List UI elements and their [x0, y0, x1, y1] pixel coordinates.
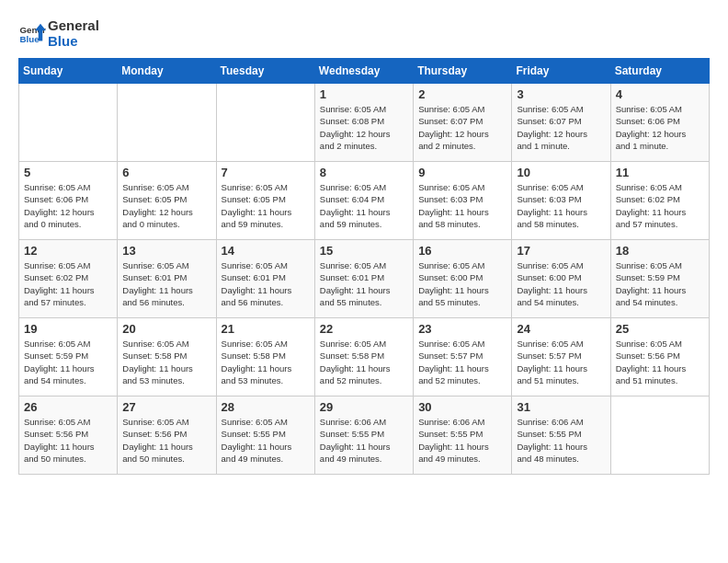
- weekday-header-row: SundayMondayTuesdayWednesdayThursdayFrid…: [19, 59, 710, 84]
- day-number: 2: [418, 87, 506, 101]
- day-number: 27: [122, 400, 210, 414]
- day-number: 22: [320, 322, 408, 336]
- calendar-cell: [610, 396, 709, 475]
- calendar-cell: 12Sunrise: 6:05 AM Sunset: 6:02 PM Dayli…: [19, 240, 118, 318]
- day-info: Sunrise: 6:05 AM Sunset: 6:07 PM Dayligh…: [418, 103, 506, 152]
- day-number: 24: [517, 322, 605, 336]
- day-number: 26: [24, 400, 112, 414]
- day-info: Sunrise: 6:06 AM Sunset: 5:55 PM Dayligh…: [320, 416, 408, 465]
- day-number: 19: [24, 322, 112, 336]
- page-header: General Blue General Blue: [18, 18, 710, 49]
- calendar-week-4: 19Sunrise: 6:05 AM Sunset: 5:59 PM Dayli…: [19, 318, 710, 396]
- calendar-cell: 9Sunrise: 6:05 AM Sunset: 6:03 PM Daylig…: [414, 162, 512, 240]
- calendar-cell: 21Sunrise: 6:05 AM Sunset: 5:58 PM Dayli…: [216, 318, 314, 396]
- day-info: Sunrise: 6:05 AM Sunset: 6:05 PM Dayligh…: [222, 181, 310, 230]
- day-number: 3: [517, 87, 605, 101]
- day-info: Sunrise: 6:05 AM Sunset: 5:57 PM Dayligh…: [517, 338, 605, 386]
- day-number: 6: [122, 166, 210, 179]
- calendar-cell: 23Sunrise: 6:05 AM Sunset: 5:57 PM Dayli…: [414, 318, 512, 396]
- day-info: Sunrise: 6:05 AM Sunset: 5:56 PM Dayligh…: [24, 416, 112, 465]
- day-info: Sunrise: 6:05 AM Sunset: 6:02 PM Dayligh…: [616, 181, 704, 230]
- day-info: Sunrise: 6:05 AM Sunset: 6:07 PM Dayligh…: [517, 103, 605, 152]
- day-number: 1: [320, 87, 408, 101]
- day-number: 7: [222, 166, 310, 179]
- day-info: Sunrise: 6:05 AM Sunset: 5:58 PM Dayligh…: [320, 338, 408, 386]
- day-number: 20: [122, 322, 210, 336]
- day-info: Sunrise: 6:06 AM Sunset: 5:55 PM Dayligh…: [418, 416, 506, 465]
- day-number: 4: [616, 87, 704, 101]
- day-info: Sunrise: 6:05 AM Sunset: 6:06 PM Dayligh…: [616, 103, 704, 152]
- day-info: Sunrise: 6:05 AM Sunset: 5:58 PM Dayligh…: [122, 338, 210, 386]
- calendar-cell: 30Sunrise: 6:06 AM Sunset: 5:55 PM Dayli…: [414, 396, 512, 475]
- day-number: 14: [222, 244, 310, 258]
- day-number: 31: [517, 400, 605, 414]
- calendar-cell: 29Sunrise: 6:06 AM Sunset: 5:55 PM Dayli…: [314, 396, 413, 475]
- weekday-header-wednesday: Wednesday: [314, 59, 413, 84]
- day-info: Sunrise: 6:05 AM Sunset: 6:08 PM Dayligh…: [320, 103, 408, 152]
- weekday-header-sunday: Sunday: [19, 59, 118, 84]
- calendar-cell: 13Sunrise: 6:05 AM Sunset: 6:01 PM Dayli…: [118, 240, 216, 318]
- day-info: Sunrise: 6:05 AM Sunset: 6:00 PM Dayligh…: [517, 259, 605, 308]
- day-info: Sunrise: 6:05 AM Sunset: 6:03 PM Dayligh…: [517, 181, 605, 230]
- calendar-table: SundayMondayTuesdayWednesdayThursdayFrid…: [18, 58, 710, 475]
- day-number: 11: [616, 166, 704, 179]
- day-number: 9: [418, 166, 506, 179]
- calendar-cell: 15Sunrise: 6:05 AM Sunset: 6:01 PM Dayli…: [314, 240, 413, 318]
- calendar-week-2: 5Sunrise: 6:05 AM Sunset: 6:06 PM Daylig…: [19, 162, 710, 240]
- day-number: 8: [320, 166, 408, 179]
- svg-text:Blue: Blue: [20, 34, 40, 44]
- calendar-cell: 18Sunrise: 6:05 AM Sunset: 5:59 PM Dayli…: [610, 240, 709, 318]
- day-number: 21: [222, 322, 310, 336]
- day-number: 10: [517, 166, 605, 179]
- weekday-header-friday: Friday: [512, 59, 610, 84]
- day-info: Sunrise: 6:05 AM Sunset: 5:59 PM Dayligh…: [616, 259, 704, 308]
- day-number: 28: [222, 400, 310, 414]
- calendar-cell: 7Sunrise: 6:05 AM Sunset: 6:05 PM Daylig…: [216, 162, 314, 240]
- day-info: Sunrise: 6:05 AM Sunset: 6:05 PM Dayligh…: [122, 181, 210, 230]
- calendar-cell: 8Sunrise: 6:05 AM Sunset: 6:04 PM Daylig…: [314, 162, 413, 240]
- day-info: Sunrise: 6:05 AM Sunset: 5:59 PM Dayligh…: [24, 338, 112, 386]
- day-info: Sunrise: 6:05 AM Sunset: 6:01 PM Dayligh…: [122, 259, 210, 308]
- calendar-cell: [216, 84, 314, 162]
- calendar-cell: 4Sunrise: 6:05 AM Sunset: 6:06 PM Daylig…: [610, 84, 709, 162]
- calendar-week-3: 12Sunrise: 6:05 AM Sunset: 6:02 PM Dayli…: [19, 240, 710, 318]
- calendar-cell: 26Sunrise: 6:05 AM Sunset: 5:56 PM Dayli…: [19, 396, 118, 475]
- calendar-body: 1Sunrise: 6:05 AM Sunset: 6:08 PM Daylig…: [19, 84, 710, 475]
- day-info: Sunrise: 6:05 AM Sunset: 6:03 PM Dayligh…: [418, 181, 506, 230]
- calendar-cell: 2Sunrise: 6:05 AM Sunset: 6:07 PM Daylig…: [414, 84, 512, 162]
- day-info: Sunrise: 6:05 AM Sunset: 6:06 PM Dayligh…: [24, 181, 112, 230]
- day-info: Sunrise: 6:05 AM Sunset: 5:56 PM Dayligh…: [616, 338, 704, 386]
- calendar-cell: 10Sunrise: 6:05 AM Sunset: 6:03 PM Dayli…: [512, 162, 610, 240]
- calendar-cell: 11Sunrise: 6:05 AM Sunset: 6:02 PM Dayli…: [610, 162, 709, 240]
- day-info: Sunrise: 6:05 AM Sunset: 6:00 PM Dayligh…: [418, 259, 506, 308]
- day-number: 16: [418, 244, 506, 258]
- day-info: Sunrise: 6:05 AM Sunset: 5:58 PM Dayligh…: [222, 338, 310, 386]
- day-info: Sunrise: 6:05 AM Sunset: 5:55 PM Dayligh…: [222, 416, 310, 465]
- day-number: 12: [24, 244, 112, 258]
- calendar-cell: 19Sunrise: 6:05 AM Sunset: 5:59 PM Dayli…: [19, 318, 118, 396]
- day-info: Sunrise: 6:05 AM Sunset: 6:01 PM Dayligh…: [320, 259, 408, 308]
- weekday-header-tuesday: Tuesday: [216, 59, 314, 84]
- calendar-cell: 20Sunrise: 6:05 AM Sunset: 5:58 PM Dayli…: [118, 318, 216, 396]
- day-number: 18: [616, 244, 704, 258]
- day-number: 25: [616, 322, 704, 336]
- weekday-header-thursday: Thursday: [414, 59, 512, 84]
- logo: General Blue General Blue: [18, 18, 99, 49]
- weekday-header-saturday: Saturday: [610, 59, 709, 84]
- calendar-cell: 22Sunrise: 6:05 AM Sunset: 5:58 PM Dayli…: [314, 318, 413, 396]
- calendar-cell: 17Sunrise: 6:05 AM Sunset: 6:00 PM Dayli…: [512, 240, 610, 318]
- calendar-cell: 28Sunrise: 6:05 AM Sunset: 5:55 PM Dayli…: [216, 396, 314, 475]
- day-number: 29: [320, 400, 408, 414]
- calendar-cell: 27Sunrise: 6:05 AM Sunset: 5:56 PM Dayli…: [118, 396, 216, 475]
- day-number: 15: [320, 244, 408, 258]
- logo-icon: General Blue: [18, 20, 46, 48]
- calendar-cell: 24Sunrise: 6:05 AM Sunset: 5:57 PM Dayli…: [512, 318, 610, 396]
- day-info: Sunrise: 6:05 AM Sunset: 5:57 PM Dayligh…: [418, 338, 506, 386]
- day-info: Sunrise: 6:05 AM Sunset: 6:01 PM Dayligh…: [222, 259, 310, 308]
- day-info: Sunrise: 6:05 AM Sunset: 6:02 PM Dayligh…: [24, 259, 112, 308]
- calendar-week-1: 1Sunrise: 6:05 AM Sunset: 6:08 PM Daylig…: [19, 84, 710, 162]
- day-number: 13: [122, 244, 210, 258]
- calendar-cell: 25Sunrise: 6:05 AM Sunset: 5:56 PM Dayli…: [610, 318, 709, 396]
- day-number: 5: [24, 166, 112, 179]
- weekday-header-monday: Monday: [118, 59, 216, 84]
